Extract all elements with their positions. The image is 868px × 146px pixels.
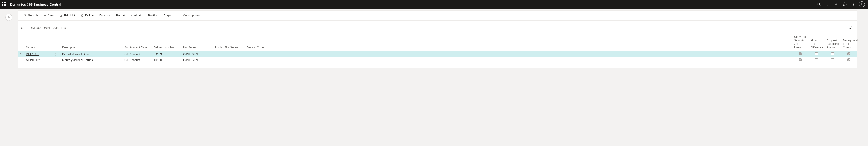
edit-list-command[interactable]: Edit List xyxy=(57,13,77,18)
col-header-no-series[interactable]: No. Series xyxy=(181,33,213,51)
cell-name: MONTHLY xyxy=(24,57,60,63)
svg-line-1 xyxy=(819,5,820,6)
more-options-label: More options xyxy=(183,14,200,17)
checkbox[interactable] xyxy=(831,53,834,55)
back-column xyxy=(0,10,18,21)
cell-bg-check xyxy=(841,57,857,63)
col-header-copy-tax[interactable]: Copy Tax Setup to Jnl. Lines xyxy=(792,33,808,51)
cell-posting-no-series xyxy=(213,51,244,57)
navigate-command[interactable]: Navigate xyxy=(128,13,145,18)
cell-allow-tax xyxy=(808,57,825,63)
page-command[interactable]: Page xyxy=(161,13,173,18)
notifications-icon[interactable] xyxy=(823,0,832,8)
svg-line-7 xyxy=(25,16,26,17)
table-row[interactable]: DEFAULT⋮Default Journal BatchG/L Account… xyxy=(18,51,857,57)
posting-label: Posting xyxy=(148,14,158,17)
delete-label: Delete xyxy=(85,14,94,17)
collapse-diagonal-icon[interactable] xyxy=(848,25,854,31)
process-label: Process xyxy=(99,14,111,17)
cell-bal-no: 10100 xyxy=(151,57,181,63)
flag-icon[interactable] xyxy=(832,0,840,8)
back-button[interactable] xyxy=(5,14,12,21)
checkbox[interactable] xyxy=(815,53,818,55)
col-header-description[interactable]: Description xyxy=(60,33,122,51)
row-indicator xyxy=(18,51,24,57)
col-header-bal-type[interactable]: Bal. Account Type xyxy=(122,33,151,51)
cell-bal-no: 99999 xyxy=(151,51,181,57)
header-row: Name↑ Description Bal. Account Type Bal.… xyxy=(18,33,857,51)
cell-description: Monthly Journal Entries xyxy=(60,57,122,63)
cell-reason xyxy=(244,57,792,63)
page-label: Page xyxy=(164,14,171,17)
svg-line-11 xyxy=(851,26,852,27)
sort-ascending-icon: ↑ xyxy=(34,46,35,49)
col-header-reason[interactable]: Reason Code xyxy=(244,33,792,51)
cell-suggest-bal xyxy=(825,51,841,57)
new-command[interactable]: New xyxy=(41,13,56,18)
help-icon[interactable] xyxy=(849,0,858,8)
svg-line-12 xyxy=(849,28,850,29)
app-launcher-icon[interactable] xyxy=(2,2,7,7)
app-title: Dynamics 365 Business Central xyxy=(10,2,61,6)
report-label: Report xyxy=(116,14,125,17)
page-title-row: GENERAL JOURNAL BATCHES xyxy=(18,21,857,33)
row-indicator xyxy=(18,57,24,63)
global-header: Dynamics 365 Business Central F xyxy=(0,0,868,8)
journal-batches-grid: Name↑ Description Bal. Account Type Bal.… xyxy=(18,33,857,63)
cell-no-series: GJNL-GEN xyxy=(181,57,213,63)
cell-reason xyxy=(244,51,792,57)
col-header-suggest-bal[interactable]: Suggest Balancing Amount xyxy=(825,33,841,51)
checkbox[interactable] xyxy=(799,58,802,61)
svg-point-0 xyxy=(817,3,819,5)
report-command[interactable]: Report xyxy=(114,13,127,18)
name-link[interactable]: MONTHLY xyxy=(26,58,40,62)
new-label: New xyxy=(48,14,54,17)
edit-list-label: Edit List xyxy=(64,14,75,17)
arrow-right-icon xyxy=(19,53,22,55)
delete-command[interactable]: Delete xyxy=(78,13,96,18)
svg-rect-10 xyxy=(60,14,62,17)
cell-description: Default Journal Batch xyxy=(60,51,122,57)
svg-point-6 xyxy=(24,14,26,16)
col-header-bg-check[interactable]: Background Error Check xyxy=(841,33,857,51)
cell-no-series: GJNL-GEN xyxy=(181,51,213,57)
cell-bal-type: G/L Account xyxy=(122,51,151,57)
checkbox[interactable] xyxy=(815,58,818,61)
cell-bal-type: G/L Account xyxy=(122,57,151,63)
col-header-name[interactable]: Name↑ xyxy=(24,33,60,51)
navigate-label: Navigate xyxy=(130,14,143,17)
col-header-allow-tax[interactable]: Allow Tax Difference xyxy=(808,33,825,51)
command-bar: Search New Edit List Delete Process Repo… xyxy=(18,11,857,21)
page-title: GENERAL JOURNAL BATCHES xyxy=(21,26,66,30)
svg-point-3 xyxy=(844,4,845,5)
cell-name: DEFAULT⋮ xyxy=(24,51,60,57)
checkbox[interactable] xyxy=(847,58,850,61)
cell-allow-tax xyxy=(808,51,825,57)
checkbox[interactable] xyxy=(799,53,802,55)
posting-command[interactable]: Posting xyxy=(146,13,160,18)
search-label: Search xyxy=(28,14,38,17)
cell-bg-check xyxy=(841,51,857,57)
col-header-posting-no-series[interactable]: Posting No. Series xyxy=(213,33,244,51)
more-options-command[interactable]: More options xyxy=(180,13,203,18)
cell-copy-tax xyxy=(792,57,808,63)
command-divider xyxy=(177,13,177,18)
page-card: Search New Edit List Delete Process Repo… xyxy=(18,10,857,68)
global-search-icon[interactable] xyxy=(815,0,823,8)
col-header-arrow xyxy=(18,33,24,51)
col-header-bal-no[interactable]: Bal. Account No. xyxy=(151,33,181,51)
row-menu-icon[interactable]: ⋮ xyxy=(53,53,58,56)
avatar-initial: F xyxy=(861,3,863,6)
checkbox[interactable] xyxy=(831,58,834,61)
cell-posting-no-series xyxy=(213,57,244,63)
name-link[interactable]: DEFAULT xyxy=(26,53,39,56)
checkbox[interactable] xyxy=(847,53,850,55)
table-row[interactable]: MONTHLYMonthly Journal EntriesG/L Accoun… xyxy=(18,57,857,63)
search-command[interactable]: Search xyxy=(21,13,40,18)
user-avatar[interactable]: F xyxy=(859,1,865,7)
cell-copy-tax xyxy=(792,51,808,57)
page-stage: Search New Edit List Delete Process Repo… xyxy=(0,8,868,68)
settings-gear-icon[interactable] xyxy=(840,0,849,8)
process-command[interactable]: Process xyxy=(97,13,113,18)
grid-wrap: Name↑ Description Bal. Account Type Bal.… xyxy=(18,33,857,67)
